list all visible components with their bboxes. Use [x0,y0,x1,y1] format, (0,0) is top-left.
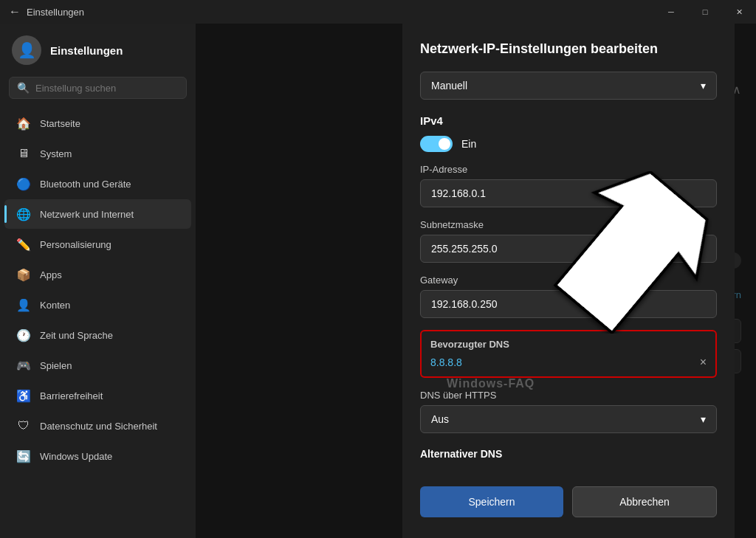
titlebar-controls: ─ □ ✕ [654,0,756,24]
dns-input-row: × [430,356,707,369]
nav-label-startseite: Startseite [40,118,80,129]
gaming-icon: 🎮 [16,358,31,373]
minimize-button[interactable]: ─ [654,0,688,24]
sidebar-item-apps[interactable]: 📦 Apps [4,260,191,289]
titlebar-left: ← Einstellungen [9,5,84,18]
sidebar-item-datenschutz[interactable]: 🛡 Datenschutz und Sicherheit [4,411,191,441]
accessibility-icon: ♿ [16,388,31,403]
search-box[interactable]: 🔍 [9,77,187,99]
home-icon: 🏠 [16,116,31,131]
dns-https-value: Aus [431,413,449,425]
app-name: Einstellungen [50,44,123,57]
avatar: 👤 [12,35,41,65]
dns-clear-icon[interactable]: × [700,356,707,369]
mode-dropdown[interactable]: Manuell ▾ [420,72,717,100]
accounts-icon: 👤 [16,297,31,312]
nav-label-barrierefreiheit: Barrierefreiheit [40,390,103,401]
dns-https-dropdown[interactable]: Aus ▾ [420,405,717,433]
ipv4-toggle-label: Ein [461,138,476,150]
nav-label-netzwerk: Netzwerk und Internet [40,209,134,220]
ipv4-toggle-row: Ein [420,136,717,152]
personalization-icon: ✏️ [16,237,31,252]
chevron-down-icon: ▾ [701,80,706,92]
ip-label: IP-Adresse [420,164,717,175]
privacy-icon: 🛡 [16,418,31,433]
nav-label-windows-update: Windows Update [40,451,112,462]
sidebar-item-startseite[interactable]: 🏠 Startseite [4,108,191,138]
apps-icon: 📦 [16,267,31,282]
sidebar-item-windows-update[interactable]: 🔄 Windows Update [4,441,191,471]
back-icon[interactable]: ← [9,5,21,18]
save-button[interactable]: Speichern [420,486,563,517]
sidebar-item-barrierefreiheit[interactable]: ♿ Barrierefreiheit [4,381,191,410]
ipv4-toggle[interactable] [420,136,453,152]
nav-label-zeit: Zeit und Sprache [40,330,113,341]
preferred-dns-input[interactable] [430,356,694,368]
sidebar-item-personalisierung[interactable]: ✏️ Personalisierung [4,230,191,259]
maximize-button[interactable]: □ [688,0,722,24]
sidebar-item-netzwerk[interactable]: 🌐 Netzwerk und Internet [4,199,191,229]
search-icon: 🔍 [17,82,30,94]
sidebar-item-zeit[interactable]: 🕐 Zeit und Sprache [4,320,191,350]
subnet-input[interactable] [420,235,717,263]
ip-input[interactable] [420,179,717,207]
ipv4-heading: IPv4 [420,114,717,127]
nav-label-datenschutz: Datenschutz und Sicherheit [40,421,157,432]
nav-label-spielen: Spielen [40,360,72,371]
bluetooth-icon: 🔵 [16,176,31,191]
time-icon: 🕐 [16,328,31,342]
nav-items: 🏠 Startseite 🖥 System 🔵 Bluetooth und Ge… [0,105,196,532]
gateway-label: Gateway [420,275,717,286]
dns-https-chevron-icon: ▾ [701,413,706,425]
preferred-dns-section: Bevorzugter DNS × [420,330,717,378]
system-icon: 🖥 [16,146,31,161]
search-input[interactable] [35,83,179,94]
nav-label-system: System [40,148,72,159]
modal-footer: Speichern Abbrechen [420,475,717,517]
dns-https-label: DNS über HTTPS [420,390,717,401]
nav-label-bluetooth: Bluetooth und Geräte [40,179,131,190]
sidebar-item-konten[interactable]: 👤 Konten [4,290,191,320]
sidebar-item-system[interactable]: 🖥 System [4,139,191,168]
sidebar-item-spielen[interactable]: 🎮 Spielen [4,351,191,380]
app-title: Einstellungen [27,7,84,18]
gateway-input[interactable] [420,290,717,318]
subnet-label: Subnetzmaske [420,219,717,230]
content-area: MCZWLAN-5GHZ ∧ en meisten Fällen – wenn … [196,24,756,538]
alt-dns-label: Alternativer DNS [420,448,717,460]
sidebar-item-bluetooth[interactable]: 🔵 Bluetooth und Geräte [4,169,191,199]
sidebar-header: 👤 Einstellungen [0,24,196,71]
nav-label-personalisierung: Personalisierung [40,239,111,250]
modal-title: Netzwerk-IP-Einstellungen bearbeiten [420,41,717,57]
modal-dialog: Netzwerk-IP-Einstellungen bearbeiten Man… [402,24,735,538]
nav-label-apps: Apps [40,269,62,280]
cancel-button[interactable]: Abbrechen [572,486,717,517]
preferred-dns-label: Bevorzugter DNS [430,339,707,350]
network-icon: 🌐 [16,207,31,221]
close-button[interactable]: ✕ [722,0,756,24]
mode-dropdown-value: Manuell [431,80,467,92]
sidebar: 👤 Einstellungen 🔍 🏠 Startseite 🖥 System … [0,24,196,538]
update-icon: 🔄 [16,449,31,463]
nav-label-konten: Konten [40,300,70,311]
titlebar: ← Einstellungen ─ □ ✕ [0,0,756,24]
